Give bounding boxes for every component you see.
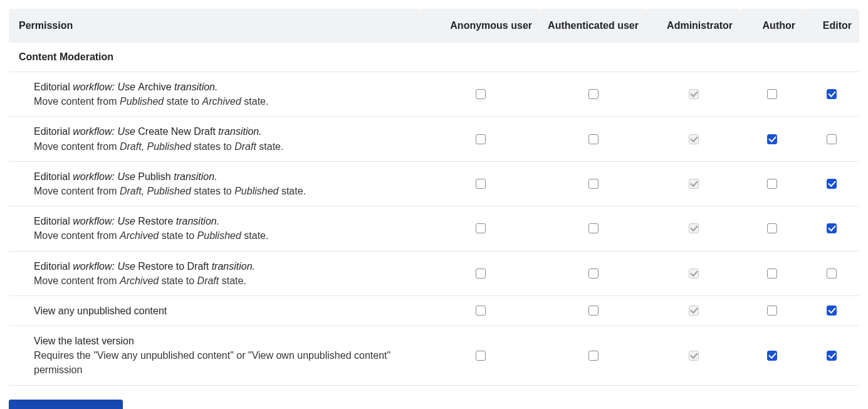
header-role-authenticated: Authenticated user — [540, 9, 646, 43]
permission-row: View any unpublished content — [9, 295, 859, 326]
permission-checkbox[interactable] — [588, 134, 599, 144]
permission-checkbox[interactable] — [476, 223, 486, 233]
permission-check-cell — [740, 295, 803, 326]
permission-check-cell — [540, 295, 646, 326]
permission-title: Editorial workflow: Use Archive transiti… — [34, 80, 413, 94]
permission-check-cell — [740, 161, 803, 206]
permission-checkbox[interactable] — [588, 268, 599, 279]
permission-check-cell — [803, 295, 859, 326]
permission-name-cell: View any unpublished content — [9, 295, 421, 326]
permission-row: Editorial workflow: Use Archive transiti… — [9, 72, 859, 117]
emphasized-term: Published — [120, 96, 164, 107]
permission-checkbox[interactable] — [767, 223, 777, 233]
permission-check-cell — [540, 326, 646, 386]
emphasized-term: transition. — [171, 171, 217, 182]
permission-check-cell — [803, 326, 859, 386]
permission-checkbox — [689, 179, 699, 189]
emphasized-term: Draft — [234, 141, 256, 152]
permission-check-cell — [540, 161, 646, 206]
emphasized-term: Draft, Published — [120, 186, 191, 196]
permission-check-cell — [540, 206, 646, 251]
permission-checkbox[interactable] — [476, 89, 486, 99]
permission-check-cell — [421, 326, 540, 386]
permission-checkbox[interactable] — [827, 179, 837, 189]
emphasized-term: workflow: Use — [70, 171, 138, 182]
permission-check-cell — [803, 206, 859, 251]
permission-name-cell: Editorial workflow: Use Restore to Draft… — [9, 251, 421, 295]
permission-checkbox[interactable] — [827, 268, 837, 279]
header-role-author: Author — [740, 9, 803, 43]
permission-checkbox[interactable] — [767, 305, 777, 316]
header-role-anonymous: Anonymous user — [421, 9, 540, 43]
permission-checkbox[interactable] — [588, 179, 599, 189]
permission-check-cell — [646, 72, 740, 117]
save-permissions-button[interactable]: Save permissions — [9, 400, 123, 409]
permission-title: Editorial workflow: Use Create New Draft… — [34, 124, 413, 139]
permission-check-cell — [540, 251, 646, 295]
emphasized-term: Archived — [202, 96, 241, 107]
emphasized-term: workflow: Use — [70, 82, 138, 92]
permission-checkbox[interactable] — [767, 268, 777, 279]
emphasized-term: workflow: Use — [70, 216, 138, 226]
permission-check-cell — [646, 295, 740, 326]
permission-row: View the latest versionRequires the "Vie… — [9, 326, 859, 386]
permission-name-cell: Editorial workflow: Use Publish transiti… — [9, 161, 421, 206]
permission-checkbox[interactable] — [767, 179, 777, 189]
permission-description: Requires the "View any unpublished conte… — [34, 348, 413, 377]
permission-checkbox[interactable] — [767, 89, 777, 99]
permission-check-cell — [646, 251, 740, 295]
permission-checkbox[interactable] — [827, 305, 837, 316]
permission-checkbox — [689, 89, 699, 99]
permission-check-cell — [803, 117, 859, 161]
permission-checkbox[interactable] — [767, 351, 777, 361]
permission-check-cell — [803, 251, 859, 295]
permission-checkbox[interactable] — [588, 89, 599, 99]
permission-check-cell — [646, 206, 740, 251]
emphasized-term: transition. — [209, 261, 255, 272]
permission-row: Editorial workflow: Use Publish transiti… — [9, 161, 859, 206]
permission-checkbox[interactable] — [476, 268, 486, 279]
permission-checkbox — [689, 351, 699, 361]
permission-check-cell — [803, 72, 859, 117]
permission-checkbox[interactable] — [827, 89, 837, 99]
permission-name-cell: Editorial workflow: Use Restore transiti… — [9, 206, 421, 251]
permission-check-cell — [421, 251, 540, 295]
emphasized-term: transition. — [216, 126, 262, 137]
permission-checkbox[interactable] — [476, 179, 486, 189]
permission-checkbox — [689, 305, 699, 316]
permission-checkbox[interactable] — [827, 134, 837, 144]
permission-checkbox — [689, 268, 699, 279]
emphasized-term: Archived — [120, 230, 159, 241]
permission-checkbox[interactable] — [827, 351, 837, 361]
permission-checkbox[interactable] — [476, 351, 486, 361]
section-row: Content Moderation — [9, 43, 859, 72]
permission-check-cell — [540, 117, 646, 161]
permission-checkbox[interactable] — [588, 223, 599, 233]
permission-row: Editorial workflow: Use Restore to Draft… — [9, 251, 859, 295]
emphasized-term: workflow: Use — [70, 261, 138, 272]
emphasized-term: Published — [234, 186, 278, 196]
header-role-editor: Editor — [803, 9, 859, 43]
permission-checkbox[interactable] — [827, 223, 837, 233]
emphasized-term: transition. — [172, 82, 218, 92]
permission-checkbox[interactable] — [767, 134, 777, 144]
permission-check-cell — [803, 161, 859, 206]
table-header-row: Permission Anonymous user Authenticated … — [9, 9, 859, 43]
permission-check-cell — [421, 161, 540, 206]
permission-title: Editorial workflow: Use Restore transiti… — [34, 214, 413, 228]
permission-check-cell — [646, 326, 740, 386]
permission-row: Editorial workflow: Use Create New Draft… — [9, 117, 859, 161]
permission-check-cell — [740, 117, 803, 161]
permission-title: View any unpublished content — [34, 304, 413, 318]
permission-check-cell — [421, 206, 540, 251]
permission-checkbox — [689, 134, 699, 144]
permission-checkbox[interactable] — [588, 305, 599, 316]
header-role-administrator: Administrator — [646, 9, 740, 43]
permission-checkbox[interactable] — [476, 305, 486, 316]
permission-title: Editorial workflow: Use Publish transiti… — [34, 169, 413, 184]
permission-checkbox[interactable] — [588, 351, 599, 361]
permission-description: Move content from Draft, Published state… — [34, 184, 413, 198]
emphasized-term: transition. — [173, 216, 219, 226]
permission-check-cell — [421, 295, 540, 326]
permission-checkbox[interactable] — [476, 134, 486, 144]
